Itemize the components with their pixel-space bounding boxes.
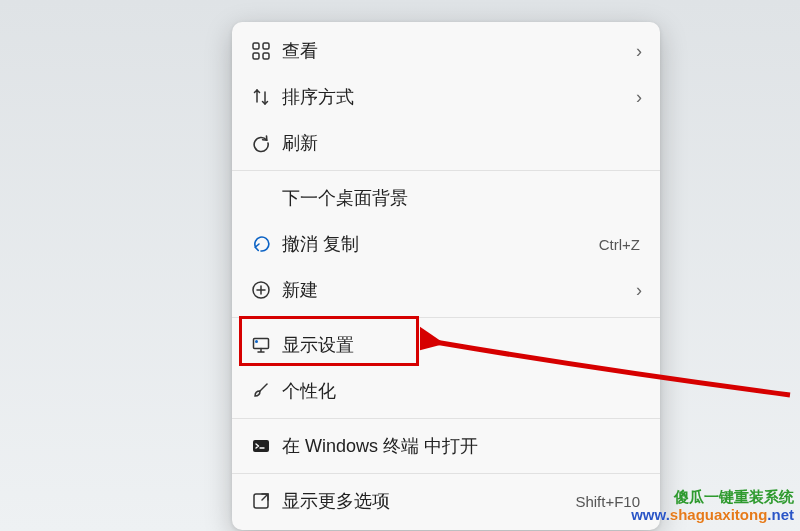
menu-label: 新建	[276, 278, 624, 302]
svg-rect-2	[253, 53, 259, 59]
menu-label: 排序方式	[276, 85, 624, 109]
svg-rect-3	[263, 53, 269, 59]
menu-label: 下一个桌面背景	[282, 186, 642, 210]
menu-label: 在 Windows 终端 中打开	[276, 434, 642, 458]
more-options-icon	[246, 491, 276, 511]
menu-separator	[232, 418, 660, 419]
menu-item-sort[interactable]: 排序方式 ›	[232, 74, 660, 120]
menu-item-undo-copy[interactable]: 撤消 复制 Ctrl+Z	[232, 221, 660, 267]
menu-separator	[232, 317, 660, 318]
chevron-right-icon: ›	[624, 280, 642, 301]
terminal-icon	[246, 436, 276, 456]
menu-item-display-settings[interactable]: 显示设置	[232, 322, 660, 368]
svg-point-6	[255, 340, 258, 343]
menu-item-next-background[interactable]: 下一个桌面背景	[232, 175, 660, 221]
menu-item-new[interactable]: 新建 ›	[232, 267, 660, 313]
sort-icon	[246, 87, 276, 107]
menu-item-open-terminal[interactable]: 在 Windows 终端 中打开	[232, 423, 660, 469]
menu-label: 显示更多选项	[276, 489, 575, 513]
chevron-right-icon: ›	[624, 87, 642, 108]
grid-icon	[246, 41, 276, 61]
menu-label: 查看	[276, 39, 624, 63]
svg-rect-7	[253, 440, 269, 452]
display-icon	[246, 335, 276, 355]
menu-accelerator: Ctrl+Z	[599, 236, 640, 253]
menu-separator	[232, 473, 660, 474]
chevron-right-icon: ›	[624, 41, 642, 62]
brush-icon	[246, 381, 276, 401]
menu-label: 显示设置	[276, 333, 642, 357]
desktop-context-menu: 查看 › 排序方式 › 刷新 下一个桌面背景 撤消 复制	[232, 22, 660, 530]
refresh-icon	[246, 133, 276, 153]
menu-item-more-options[interactable]: 显示更多选项 Shift+F10	[232, 478, 660, 524]
svg-rect-0	[253, 43, 259, 49]
menu-label: 刷新	[276, 131, 642, 155]
menu-accelerator: Shift+F10	[575, 493, 640, 510]
plus-circle-icon	[246, 280, 276, 300]
menu-item-view[interactable]: 查看 ›	[232, 28, 660, 74]
undo-icon	[246, 234, 276, 254]
svg-rect-5	[254, 339, 269, 349]
menu-separator	[232, 170, 660, 171]
menu-item-personalize[interactable]: 个性化	[232, 368, 660, 414]
svg-rect-1	[263, 43, 269, 49]
menu-label: 撤消 复制	[276, 232, 599, 256]
menu-item-refresh[interactable]: 刷新	[232, 120, 660, 166]
menu-label: 个性化	[276, 379, 642, 403]
